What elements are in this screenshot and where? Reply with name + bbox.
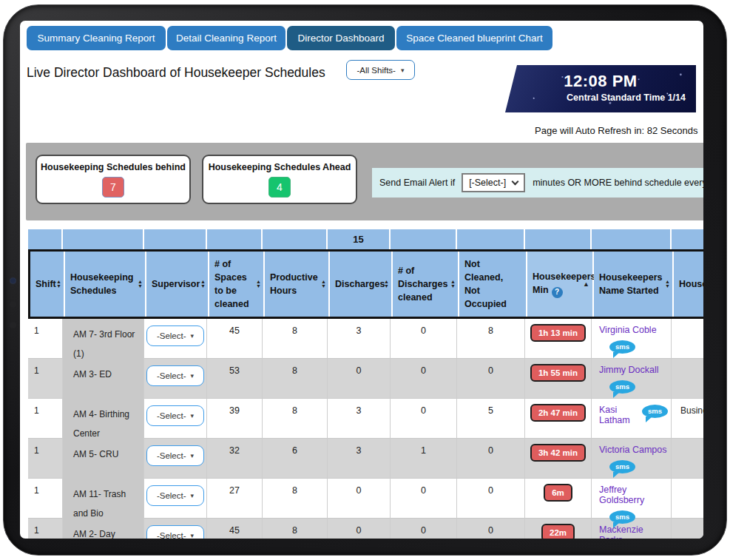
sms-icon[interactable]: sms — [609, 510, 635, 524]
pre-header-cell — [207, 229, 263, 249]
cell-productive-hours: 8 — [263, 359, 328, 399]
sms-icon[interactable]: sms — [609, 460, 635, 473]
column-label: # of Spaces to be cleaned — [214, 257, 253, 311]
schedules-ahead-count[interactable]: 4 — [268, 177, 291, 198]
housekeeper-name-link[interactable]: Kasi Latham — [599, 405, 635, 425]
cell-housekeepers-min: 22m — [525, 519, 592, 539]
cell-discharges: 3 — [328, 439, 391, 479]
schedules-ahead-label: Housekeeping Schedules Ahead — [209, 162, 351, 172]
cell-discharges-cleaned: 0 — [391, 519, 457, 539]
min-behind-badge[interactable]: 22m — [541, 524, 575, 539]
supervisor-select[interactable]: -Select-▾ — [146, 445, 204, 466]
min-behind-badge[interactable]: 1h 55 min — [530, 364, 586, 382]
min-behind-badge[interactable]: 6m — [544, 484, 572, 502]
housekeeper-name-link[interactable]: Virginia Coble — [599, 325, 657, 335]
auto-refresh-notice: Page will Auto Refresh in: 82 Seconds — [535, 125, 697, 136]
chevron-down-icon: ▾ — [191, 412, 195, 419]
cell-schedule: AM 7- 3rd Floor (1) — [63, 319, 144, 359]
cell-not-cleaned: 0 — [457, 439, 525, 479]
cell-housekeepers-min: 6m — [525, 479, 592, 519]
cell-housekeeper-name: Kasi Latham sms — [592, 399, 672, 439]
cell-productive-hours: 8 — [263, 319, 328, 359]
schedules-behind-box: Housekeeping Schedules behind 7 — [36, 155, 191, 204]
sms-icon[interactable]: sms — [609, 340, 635, 354]
column-header-discharges[interactable]: Discharges ▲▼ — [330, 252, 393, 317]
sms-icon[interactable]: sms — [642, 405, 668, 418]
column-header-housekeepers[interactable]: Housekeepers — [674, 252, 703, 317]
email-alert-prefix: Send Email Alert if — [379, 178, 455, 188]
camera-icon — [10, 278, 16, 283]
summary-panel: Housekeeping Schedules behind 7 Housekee… — [26, 143, 703, 220]
cell-housekeepers-min: 1h 55 min — [525, 359, 592, 399]
cell-not-cleaned: 0 — [457, 359, 525, 399]
min-behind-badge[interactable]: 2h 47 min — [530, 404, 586, 422]
supervisor-select[interactable]: -Select-▾ — [146, 365, 204, 386]
column-label: Productive Hours — [270, 271, 318, 297]
column-header-not-cleaned-not-occupied[interactable]: Not Cleaned, Not Occupied — [459, 252, 527, 317]
cell-not-cleaned: 0 — [457, 479, 525, 519]
pre-header-row: 15 — [28, 229, 703, 249]
cell-discharges: 0 — [328, 359, 391, 399]
cell-spaces: 39 — [207, 399, 263, 439]
clock-banner: 12:08 PM Central Standard Time 1/14 — [505, 65, 696, 112]
shift-filter-dropdown[interactable]: -All Shifts- ▾ — [346, 60, 415, 80]
column-header-housekeepers-name-started[interactable]: Housekeepers Name Started ▲▼ — [594, 252, 674, 317]
cell-productive-hours: 6 — [263, 439, 328, 479]
screen: Summary Cleaning Report Detail Cleaning … — [20, 21, 703, 539]
supervisor-select[interactable]: -Select-▾ — [146, 325, 204, 346]
email-alert-minutes-select[interactable]: [-Select-] — [462, 173, 525, 192]
cell-housekeepers-min: 3h 42 min — [525, 439, 592, 479]
clock-timezone: Central Standard Time 1/14 — [505, 92, 696, 103]
sms-icon[interactable]: sms — [609, 380, 635, 394]
sort-icon: ▲▼ — [384, 280, 389, 289]
column-label: Shift — [36, 277, 56, 291]
table-body: 1 AM 7- 3rd Floor (1) -Select-▾ 45 8 3 0… — [28, 319, 703, 539]
housekeeper-name-link[interactable]: Mackenzie Parks — [599, 524, 668, 539]
tab-director-dashboard[interactable]: Director Dashboard — [287, 26, 395, 50]
supervisor-select[interactable]: -Select-▾ — [146, 525, 204, 539]
sort-ascending-icon: ▲ — [583, 277, 589, 291]
chevron-down-icon: ▾ — [191, 372, 195, 379]
supervisor-select[interactable]: -Select-▾ — [146, 405, 204, 426]
dropdown-arrow-icon — [512, 178, 519, 186]
column-header-shift[interactable]: Shift ▲▼ — [30, 252, 65, 317]
table-row: 1 AM 11- Trash and Bio -Select-▾ 27 8 0 … — [28, 479, 703, 519]
help-icon[interactable]: ? — [552, 287, 563, 298]
cell-shift: 1 — [28, 399, 63, 439]
column-header-productive-hours[interactable]: Productive Hours ▲▼ — [265, 252, 330, 317]
cell-discharges: 0 — [328, 519, 391, 539]
cell-housekeepers-min: 1h 13 min — [525, 319, 592, 359]
cell-supervisor: -Select-▾ — [144, 359, 207, 399]
supervisor-select[interactable]: -Select-▾ — [146, 485, 204, 506]
cell-extra — [672, 439, 703, 479]
cell-productive-hours: 8 — [263, 519, 328, 539]
housekeeper-name-link[interactable]: Jimmy Dockall — [599, 365, 659, 375]
column-header-discharges-cleaned[interactable]: # of Discharges cleaned ▲▼ — [393, 252, 459, 317]
cell-supervisor: -Select-▾ — [144, 319, 207, 359]
page-title: Live Director Dashboard of Housekeeper S… — [27, 65, 325, 81]
column-header-supervisor[interactable]: Supervisor ▲▼ — [146, 252, 209, 317]
cell-spaces: 53 — [207, 359, 263, 399]
column-label: Supervisor — [152, 277, 200, 291]
column-header-spaces-to-be-cleaned[interactable]: # of Spaces to be cleaned ▲▼ — [209, 252, 265, 317]
chevron-down-icon: ▾ — [401, 67, 405, 74]
table-row: 1 AM 2- Day Porter -Select-▾ 45 8 0 0 0 … — [28, 519, 703, 539]
cell-spaces: 32 — [207, 439, 263, 479]
pre-header-cell — [592, 229, 672, 249]
cell-schedule: AM 3- ED — [63, 359, 144, 399]
shift-filter-label: -All Shifts- — [357, 66, 396, 75]
tab-summary-cleaning-report[interactable]: Summary Cleaning Report — [27, 26, 166, 50]
column-header-housekeeping-schedules[interactable]: Housekeeping Schedules ▲▼ — [65, 252, 146, 317]
column-header-housekeepers-min[interactable]: Housekeepers Min? ▲ — [527, 252, 594, 317]
min-behind-badge[interactable]: 3h 42 min — [530, 444, 586, 462]
housekeeper-name-link[interactable]: Victoria Campos — [599, 445, 666, 455]
column-label: Housekeeping Schedules — [70, 271, 135, 297]
tab-detail-cleaning-report[interactable]: Detail Cleaning Report — [167, 26, 285, 50]
schedules-behind-count[interactable]: 7 — [102, 177, 124, 198]
cell-housekeeper-name: Victoria Campos sms — [592, 439, 672, 479]
column-label: Housekeepers — [679, 277, 703, 291]
housekeeper-name-link[interactable]: Jeffrey Goldsberry — [599, 485, 668, 505]
cell-extra — [672, 319, 703, 359]
min-behind-badge[interactable]: 1h 13 min — [530, 324, 586, 342]
tab-space-cleaned-blueprint-chart[interactable]: Space Cleaned blueprint Chart — [396, 26, 552, 50]
